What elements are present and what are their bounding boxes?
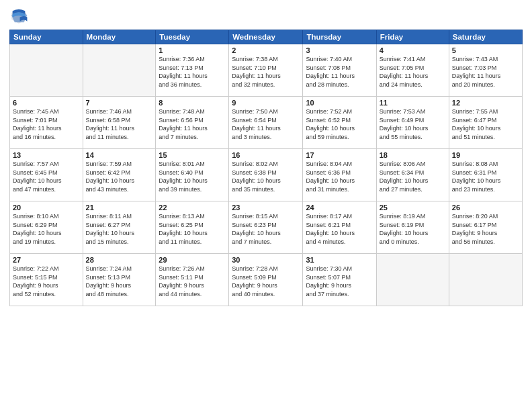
day-info: Sunrise: 8:20 AM Sunset: 6:17 PM Dayligh… (452, 212, 519, 246)
weekday-header-saturday: Saturday (449, 30, 522, 44)
week-row-5: 27Sunrise: 7:22 AM Sunset: 5:15 PM Dayli… (10, 254, 523, 306)
day-info: Sunrise: 7:28 AM Sunset: 5:09 PM Dayligh… (232, 265, 300, 298)
calendar-cell: 4Sunrise: 7:41 AM Sunset: 7:05 PM Daylig… (376, 44, 449, 97)
calendar-cell (10, 44, 83, 97)
calendar-cell: 31Sunrise: 7:30 AM Sunset: 5:07 PM Dayli… (303, 254, 376, 306)
day-info: Sunrise: 7:48 AM Sunset: 6:56 PM Dayligh… (159, 107, 226, 141)
logo (9, 7, 30, 26)
calendar-cell: 1Sunrise: 7:36 AM Sunset: 7:13 PM Daylig… (156, 44, 229, 97)
day-info: Sunrise: 8:04 AM Sunset: 6:36 PM Dayligh… (306, 160, 373, 193)
day-number: 13 (13, 151, 80, 159)
day-number: 30 (232, 256, 300, 264)
day-number: 5 (452, 46, 519, 54)
day-info: Sunrise: 8:15 AM Sunset: 6:23 PM Dayligh… (232, 212, 300, 246)
day-info: Sunrise: 7:53 AM Sunset: 6:49 PM Dayligh… (380, 107, 446, 141)
day-info: Sunrise: 8:06 AM Sunset: 6:34 PM Dayligh… (380, 160, 446, 193)
week-row-2: 6Sunrise: 7:45 AM Sunset: 7:01 PM Daylig… (10, 97, 523, 149)
day-number: 28 (86, 256, 153, 264)
day-number: 11 (380, 99, 446, 107)
calendar-cell: 13Sunrise: 7:57 AM Sunset: 6:45 PM Dayli… (10, 149, 83, 201)
calendar-cell: 3Sunrise: 7:40 AM Sunset: 7:08 PM Daylig… (303, 44, 376, 97)
day-info: Sunrise: 7:59 AM Sunset: 6:42 PM Dayligh… (86, 160, 153, 193)
page: SundayMondayTuesdayWednesdayThursdayFrid… (0, 0, 532, 411)
calendar-cell (83, 44, 156, 97)
day-info: Sunrise: 8:10 AM Sunset: 6:29 PM Dayligh… (13, 212, 80, 246)
day-number: 9 (232, 99, 300, 107)
calendar-cell: 5Sunrise: 7:43 AM Sunset: 7:03 PM Daylig… (449, 44, 522, 97)
weekday-header-friday: Friday (376, 30, 449, 44)
calendar-cell (449, 254, 522, 306)
day-info: Sunrise: 7:50 AM Sunset: 6:54 PM Dayligh… (232, 107, 300, 141)
day-number: 6 (13, 99, 80, 107)
calendar-cell: 10Sunrise: 7:52 AM Sunset: 6:52 PM Dayli… (303, 97, 376, 149)
day-info: Sunrise: 8:08 AM Sunset: 6:31 PM Dayligh… (452, 160, 519, 193)
day-info: Sunrise: 7:38 AM Sunset: 7:10 PM Dayligh… (232, 55, 300, 89)
calendar-cell: 28Sunrise: 7:24 AM Sunset: 5:13 PM Dayli… (83, 254, 156, 306)
day-info: Sunrise: 7:57 AM Sunset: 6:45 PM Dayligh… (13, 160, 80, 193)
day-number: 4 (380, 46, 446, 54)
calendar-cell: 17Sunrise: 8:04 AM Sunset: 6:36 PM Dayli… (303, 149, 376, 201)
weekday-header-row: SundayMondayTuesdayWednesdayThursdayFrid… (10, 30, 523, 44)
day-info: Sunrise: 7:30 AM Sunset: 5:07 PM Dayligh… (306, 265, 373, 298)
calendar-cell: 8Sunrise: 7:48 AM Sunset: 6:56 PM Daylig… (156, 97, 229, 149)
weekday-header-tuesday: Tuesday (156, 30, 229, 44)
day-number: 1 (159, 46, 226, 54)
calendar-cell: 9Sunrise: 7:50 AM Sunset: 6:54 PM Daylig… (229, 97, 303, 149)
day-info: Sunrise: 7:52 AM Sunset: 6:52 PM Dayligh… (306, 107, 373, 141)
day-number: 7 (86, 99, 153, 107)
day-number: 25 (380, 203, 446, 212)
calendar-cell: 12Sunrise: 7:55 AM Sunset: 6:47 PM Dayli… (449, 97, 522, 149)
day-number: 18 (380, 151, 446, 159)
calendar-cell: 23Sunrise: 8:15 AM Sunset: 6:23 PM Dayli… (229, 201, 303, 254)
day-number: 12 (452, 99, 519, 107)
day-info: Sunrise: 7:40 AM Sunset: 7:08 PM Dayligh… (306, 55, 373, 89)
calendar-cell (376, 254, 449, 306)
day-number: 10 (306, 99, 373, 107)
calendar-cell: 24Sunrise: 8:17 AM Sunset: 6:21 PM Dayli… (303, 201, 376, 254)
day-info: Sunrise: 8:17 AM Sunset: 6:21 PM Dayligh… (306, 212, 373, 246)
day-number: 26 (452, 203, 519, 212)
calendar-cell: 19Sunrise: 8:08 AM Sunset: 6:31 PM Dayli… (449, 149, 522, 201)
day-number: 3 (306, 46, 373, 54)
day-info: Sunrise: 8:01 AM Sunset: 6:40 PM Dayligh… (159, 160, 226, 193)
day-info: Sunrise: 8:02 AM Sunset: 6:38 PM Dayligh… (232, 160, 300, 193)
day-info: Sunrise: 7:36 AM Sunset: 7:13 PM Dayligh… (159, 55, 226, 89)
day-number: 8 (159, 99, 226, 107)
day-number: 23 (232, 203, 300, 212)
weekday-header-sunday: Sunday (10, 30, 83, 44)
day-number: 24 (306, 203, 373, 212)
day-number: 22 (159, 203, 226, 212)
day-number: 29 (159, 256, 226, 264)
day-info: Sunrise: 7:24 AM Sunset: 5:13 PM Dayligh… (86, 265, 153, 298)
calendar-cell: 29Sunrise: 7:26 AM Sunset: 5:11 PM Dayli… (156, 254, 229, 306)
weekday-header-wednesday: Wednesday (229, 30, 303, 44)
day-info: Sunrise: 8:13 AM Sunset: 6:25 PM Dayligh… (159, 212, 226, 246)
calendar-cell: 25Sunrise: 8:19 AM Sunset: 6:19 PM Dayli… (376, 201, 449, 254)
week-row-4: 20Sunrise: 8:10 AM Sunset: 6:29 PM Dayli… (10, 201, 523, 254)
day-number: 14 (86, 151, 153, 159)
calendar-cell: 11Sunrise: 7:53 AM Sunset: 6:49 PM Dayli… (376, 97, 449, 149)
calendar-table: SundayMondayTuesdayWednesdayThursdayFrid… (9, 30, 523, 306)
calendar-cell: 18Sunrise: 8:06 AM Sunset: 6:34 PM Dayli… (376, 149, 449, 201)
day-info: Sunrise: 7:55 AM Sunset: 6:47 PM Dayligh… (452, 107, 519, 141)
day-number: 27 (13, 256, 80, 264)
day-number: 31 (306, 256, 373, 264)
calendar-cell: 15Sunrise: 8:01 AM Sunset: 6:40 PM Dayli… (156, 149, 229, 201)
week-row-3: 13Sunrise: 7:57 AM Sunset: 6:45 PM Dayli… (10, 149, 523, 201)
day-number: 20 (13, 203, 80, 212)
day-number: 2 (232, 46, 300, 54)
calendar-cell: 16Sunrise: 8:02 AM Sunset: 6:38 PM Dayli… (229, 149, 303, 201)
week-row-1: 1Sunrise: 7:36 AM Sunset: 7:13 PM Daylig… (10, 44, 523, 97)
day-number: 15 (159, 151, 226, 159)
logo-icon (9, 7, 28, 26)
calendar-cell: 20Sunrise: 8:10 AM Sunset: 6:29 PM Dayli… (10, 201, 83, 254)
calendar-cell: 14Sunrise: 7:59 AM Sunset: 6:42 PM Dayli… (83, 149, 156, 201)
day-info: Sunrise: 7:43 AM Sunset: 7:03 PM Dayligh… (452, 55, 519, 89)
weekday-header-monday: Monday (83, 30, 156, 44)
day-info: Sunrise: 7:41 AM Sunset: 7:05 PM Dayligh… (380, 55, 446, 89)
calendar-cell: 21Sunrise: 8:11 AM Sunset: 6:27 PM Dayli… (83, 201, 156, 254)
calendar-cell: 22Sunrise: 8:13 AM Sunset: 6:25 PM Dayli… (156, 201, 229, 254)
day-info: Sunrise: 8:11 AM Sunset: 6:27 PM Dayligh… (86, 212, 153, 246)
calendar-cell: 6Sunrise: 7:45 AM Sunset: 7:01 PM Daylig… (10, 97, 83, 149)
weekday-header-thursday: Thursday (303, 30, 376, 44)
